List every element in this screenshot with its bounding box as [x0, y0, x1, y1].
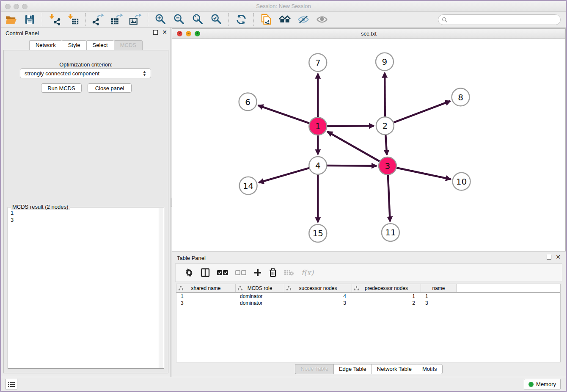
import-table-icon[interactable]	[67, 13, 80, 26]
graph-node-3[interactable]: 3	[379, 157, 396, 175]
zoom-in-icon[interactable]	[154, 13, 167, 26]
tab-motifs[interactable]: Motifs	[417, 364, 443, 374]
graph-node-10[interactable]: 10	[453, 173, 471, 190]
hide-selected-icon[interactable]	[297, 13, 310, 26]
graph-node-11[interactable]: 11	[382, 224, 399, 241]
column-header-shared-name[interactable]: shared name	[176, 284, 236, 292]
deselect-all-icon[interactable]	[235, 268, 246, 278]
table-row[interactable]: 1dominator411	[176, 293, 560, 300]
node-table[interactable]: shared nameMCDS rolesuccessor nodesprede…	[176, 284, 561, 362]
main-toolbar	[1, 12, 566, 28]
memory-label: Memory	[536, 381, 556, 387]
delete-column-icon[interactable]	[269, 268, 277, 278]
column-header-predecessor-nodes[interactable]: predecessor nodes	[352, 284, 421, 292]
column-header-successor-nodes[interactable]: successor nodes	[284, 284, 352, 292]
app-window: Session: New Session	[1, 1, 566, 391]
graph-edge-4-3[interactable]	[326, 166, 377, 166]
svg-text:9: 9	[382, 57, 388, 67]
graph-edge-3-1[interactable]	[328, 132, 381, 162]
graph-edge-4-14[interactable]	[259, 168, 311, 182]
graph-node-7[interactable]: 7	[309, 54, 327, 72]
table-panel-float-button[interactable]	[547, 255, 551, 259]
tab-network[interactable]: Network	[29, 40, 62, 50]
add-column-icon[interactable]	[253, 268, 262, 278]
close-panel-button[interactable]: Close panel	[88, 83, 132, 93]
tab-mcds[interactable]: MCDS	[114, 40, 143, 50]
memory-status-icon	[528, 382, 534, 387]
export-network-icon[interactable]	[92, 13, 105, 26]
zoom-fit-icon[interactable]	[191, 13, 204, 26]
memory-button[interactable]: Memory	[524, 379, 561, 389]
graph-node-9[interactable]: 9	[376, 53, 394, 71]
optimization-criterion-label: Optimization criterion:	[4, 61, 168, 68]
mcds-result-box: MCDS result (2 nodes) 1 3	[8, 207, 164, 369]
save-session-icon[interactable]	[23, 13, 36, 26]
graph-node-15[interactable]: 15	[309, 224, 327, 242]
graph-node-14[interactable]: 14	[239, 177, 257, 195]
svg-text:2: 2	[383, 121, 388, 131]
graph-edge-1-6[interactable]	[258, 105, 310, 124]
column-header-name[interactable]: name	[421, 284, 457, 292]
tab-select[interactable]: Select	[86, 40, 114, 50]
delete-table-icon[interactable]	[284, 268, 294, 278]
svg-text:8: 8	[458, 93, 463, 102]
criterion-dropdown[interactable]: strongly connected component ▲▼	[20, 68, 151, 78]
svg-text:7: 7	[315, 58, 321, 68]
table-cell: 1	[352, 293, 421, 299]
networks-home-icon[interactable]	[278, 13, 291, 26]
network-view-window: ✕ − + scc.txt 7968124314101511	[172, 28, 566, 251]
graph-node-2[interactable]: 2	[376, 117, 394, 135]
export-table-icon[interactable]	[110, 13, 123, 26]
show-all-icon[interactable]	[316, 13, 328, 26]
control-panel-close-icon[interactable]: ✕	[162, 30, 167, 35]
refresh-icon[interactable]	[235, 13, 248, 26]
task-history-button[interactable]	[6, 379, 17, 389]
graph-edge-3-11[interactable]	[388, 174, 390, 222]
svg-text:4: 4	[315, 161, 321, 171]
network-canvas[interactable]: 7968124314101511	[172, 39, 565, 251]
control-panel-float-button[interactable]	[153, 30, 158, 35]
graph-node-6[interactable]: 6	[239, 93, 257, 110]
status-bar: Memory	[1, 377, 566, 391]
table-cell: 4	[284, 293, 352, 299]
dropdown-stepper-icon: ▲▼	[143, 70, 146, 77]
table-cell: 2	[352, 300, 421, 306]
zoom-selected-icon[interactable]	[210, 13, 223, 26]
import-network-icon[interactable]	[48, 13, 61, 26]
graph-node-4[interactable]: 4	[309, 157, 327, 174]
graph-node-8[interactable]: 8	[452, 88, 470, 106]
search-input[interactable]	[448, 16, 560, 24]
mcds-result-scrollbar[interactable]	[159, 208, 163, 368]
table-panel-close-icon[interactable]: ✕	[556, 255, 561, 259]
export-image-icon[interactable]	[129, 13, 142, 26]
table-toolbar: f(x)	[175, 263, 562, 282]
zoom-out-icon[interactable]	[173, 13, 185, 26]
graph-edge-2-9[interactable]	[385, 73, 385, 118]
tab-node-table[interactable]: Node Table	[295, 364, 333, 374]
table-cell: 1	[421, 293, 457, 299]
table-row[interactable]: 3dominator323	[176, 300, 560, 306]
open-session-icon[interactable]	[5, 13, 17, 26]
list-icon	[8, 381, 15, 387]
graph-edge-2-8[interactable]	[393, 101, 451, 123]
mcds-panel: Optimization criterion: strongly connect…	[3, 50, 168, 373]
tab-style[interactable]: Style	[62, 40, 86, 50]
graph-edge-1-2[interactable]	[326, 126, 374, 126]
table-cell: dominator	[236, 293, 284, 299]
control-panel: Control Panel ✕ NetworkStyleSelectMCDS O…	[1, 28, 171, 377]
search-box[interactable]	[438, 14, 561, 25]
table-tabs: Node TableEdge TableNetwork TableMotifs	[172, 364, 566, 374]
select-all-icon[interactable]	[217, 268, 228, 278]
split-view-icon[interactable]	[201, 268, 210, 278]
column-header-mcds-role[interactable]: MCDS role	[236, 284, 284, 292]
gear-icon[interactable]	[185, 268, 193, 278]
run-mcds-button[interactable]: Run MCDS	[41, 83, 82, 93]
function-builder-icon[interactable]: f(x)	[301, 268, 314, 278]
clone-network-icon[interactable]	[260, 13, 272, 26]
graph-edge-2-3[interactable]	[385, 134, 387, 155]
criterion-dropdown-value: strongly connected component	[25, 70, 99, 77]
tab-edge-table[interactable]: Edge Table	[333, 364, 372, 374]
tab-network-table[interactable]: Network Table	[372, 364, 417, 374]
graph-node-1[interactable]: 1	[309, 117, 327, 135]
graph-edge-3-10[interactable]	[395, 168, 451, 179]
